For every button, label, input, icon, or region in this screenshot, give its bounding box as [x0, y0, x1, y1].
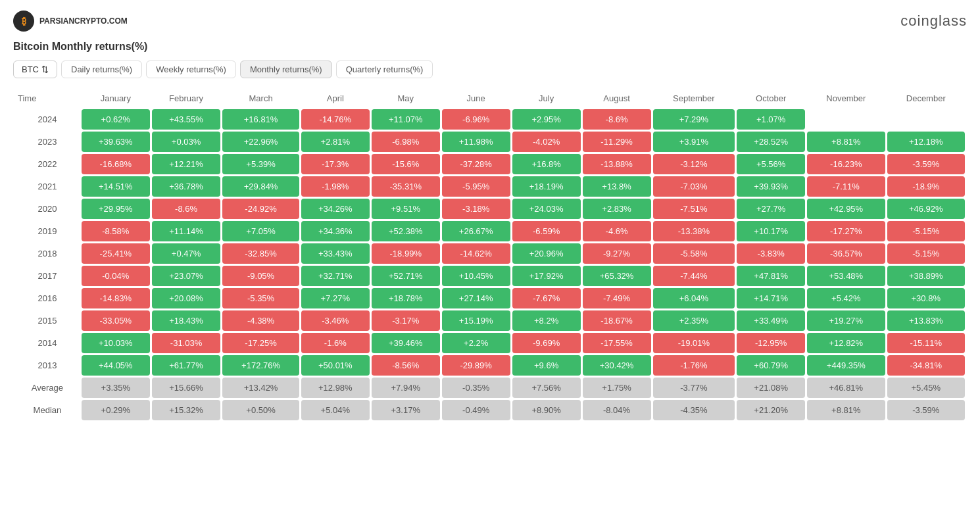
data-cell: +1.75%	[583, 378, 651, 398]
table-row: 2024+0.62%+43.55%+16.81%-14.76%+11.07%-6…	[15, 109, 965, 130]
data-cell: +12.21%	[152, 154, 221, 174]
data-cell: +17.92%	[512, 266, 581, 286]
data-cell: -3.18%	[442, 199, 510, 219]
data-cell: -5.58%	[653, 243, 735, 264]
table-row: 2013+44.05%+61.77%+172.76%+50.01%-8.56%-…	[15, 355, 965, 376]
data-cell: +38.89%	[887, 266, 966, 286]
year-cell: 2021	[15, 176, 80, 197]
table-row: 2015-33.05%+18.43%-4.38%-3.46%-3.17%+15.…	[15, 310, 965, 331]
col-june: June	[442, 89, 510, 107]
data-cell: +30.8%	[887, 288, 966, 308]
table-row: 2021+14.51%+36.78%+29.84%-1.98%-35.31%-5…	[15, 176, 965, 197]
data-cell: -18.99%	[372, 243, 440, 264]
data-cell: +22.96%	[222, 132, 299, 152]
data-cell: +449.35%	[807, 355, 885, 376]
data-cell: -37.28%	[442, 154, 510, 174]
col-february: February	[152, 89, 221, 107]
data-cell: +2.95%	[512, 109, 581, 130]
year-cell: 2013	[15, 355, 80, 376]
data-cell: -14.76%	[301, 109, 370, 130]
year-cell: 2018	[15, 243, 80, 264]
data-cell: -7.67%	[512, 288, 581, 308]
data-cell: +61.77%	[152, 355, 221, 376]
data-cell: -29.89%	[442, 355, 510, 376]
year-cell: 2024	[15, 109, 80, 130]
data-cell: +24.03%	[512, 199, 581, 219]
data-cell: +20.08%	[152, 288, 221, 308]
data-cell: +39.93%	[737, 176, 805, 197]
data-cell: +5.04%	[301, 400, 370, 420]
data-cell: +52.38%	[372, 221, 440, 241]
data-cell: +21.08%	[737, 378, 805, 398]
data-cell: +43.55%	[152, 109, 221, 130]
data-cell: +0.62%	[82, 109, 150, 130]
data-cell: +13.83%	[887, 310, 966, 331]
data-cell: +15.19%	[442, 310, 510, 331]
col-july: July	[512, 89, 581, 107]
col-october: October	[737, 89, 805, 107]
data-cell: +2.35%	[653, 310, 735, 331]
data-cell: +52.71%	[372, 266, 440, 286]
data-cell: +2.83%	[583, 199, 651, 219]
data-cell: +30.42%	[583, 355, 651, 376]
data-cell: -3.83%	[737, 243, 805, 264]
data-cell: -1.98%	[301, 176, 370, 197]
returns-table-container: Time January February March April May Ju…	[13, 87, 967, 422]
data-cell: +50.01%	[301, 355, 370, 376]
data-cell: +0.50%	[222, 400, 299, 420]
col-may: May	[372, 89, 440, 107]
data-cell: +15.32%	[152, 400, 221, 420]
data-cell: -8.58%	[82, 221, 150, 241]
data-cell: -16.23%	[807, 154, 885, 174]
data-cell: +33.43%	[301, 243, 370, 264]
data-cell: -15.6%	[372, 154, 440, 174]
data-cell: +65.32%	[583, 266, 651, 286]
data-cell: +16.81%	[222, 109, 299, 130]
data-cell: +18.78%	[372, 288, 440, 308]
data-cell: -0.04%	[82, 266, 150, 286]
data-cell: -5.95%	[442, 176, 510, 197]
year-cell: 2022	[15, 154, 80, 174]
data-cell: -25.41%	[82, 243, 150, 264]
col-march: March	[222, 89, 299, 107]
data-cell: +8.81%	[807, 400, 885, 420]
data-cell: -9.05%	[222, 266, 299, 286]
data-cell: +10.17%	[737, 221, 805, 241]
data-cell: +34.36%	[301, 221, 370, 241]
tab-quarterly[interactable]: Quarterly returns(%)	[336, 61, 433, 78]
data-cell: +0.29%	[82, 400, 150, 420]
btc-selector[interactable]: BTC ⇅	[13, 61, 57, 78]
data-cell: +32.71%	[301, 266, 370, 286]
data-cell: -31.03%	[152, 333, 221, 353]
col-december: December	[887, 89, 966, 107]
data-cell: +13.8%	[583, 176, 651, 197]
data-cell: -16.68%	[82, 154, 150, 174]
data-cell: -8.56%	[372, 355, 440, 376]
data-cell: +18.43%	[152, 310, 221, 331]
data-cell: +0.47%	[152, 243, 221, 264]
tab-daily[interactable]: Daily returns(%)	[61, 61, 142, 78]
data-cell	[807, 109, 885, 130]
tab-monthly[interactable]: Monthly returns(%)	[240, 61, 332, 78]
year-cell: 2020	[15, 199, 80, 219]
year-cell: 2014	[15, 333, 80, 353]
data-cell: -6.98%	[372, 132, 440, 152]
data-cell: +8.81%	[807, 132, 885, 152]
data-cell: +21.20%	[737, 400, 805, 420]
data-cell: -3.12%	[653, 154, 735, 174]
data-cell: +7.94%	[372, 378, 440, 398]
data-cell: +3.17%	[372, 400, 440, 420]
data-cell: -18.67%	[583, 310, 651, 331]
tab-weekly[interactable]: Weekly returns(%)	[146, 61, 236, 78]
data-cell: -18.9%	[887, 176, 966, 197]
data-cell: +46.81%	[807, 378, 885, 398]
data-cell: +39.63%	[82, 132, 150, 152]
data-cell: +28.52%	[737, 132, 805, 152]
data-cell: +9.6%	[512, 355, 581, 376]
table-row: Median+0.29%+15.32%+0.50%+5.04%+3.17%-0.…	[15, 400, 965, 420]
data-cell: +53.48%	[807, 266, 885, 286]
data-cell: +11.07%	[372, 109, 440, 130]
data-cell: -4.35%	[653, 400, 735, 420]
data-cell: +10.03%	[82, 333, 150, 353]
data-cell: -14.83%	[82, 288, 150, 308]
